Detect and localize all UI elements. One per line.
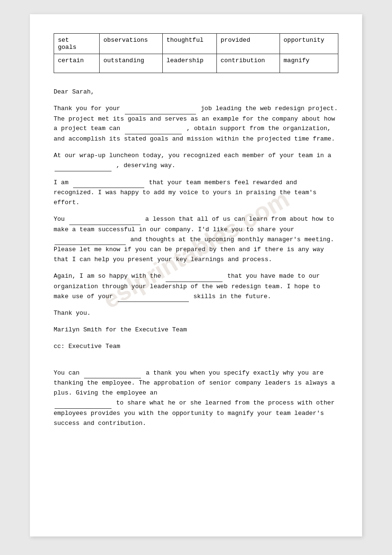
salutation: Dear Sarah, <box>54 87 338 97</box>
blank-7 <box>166 272 223 282</box>
blank-2 <box>125 124 182 134</box>
cell-1-1: set goals <box>54 34 100 54</box>
cell-2-2: outstanding <box>100 54 163 73</box>
blank-1 <box>125 104 196 114</box>
signature-block: Marilyn Smith for the Executive Team <box>54 325 338 335</box>
blank-10 <box>55 398 112 409</box>
para1-text-1: Thank you for your <box>54 105 120 112</box>
letter-body: Dear Sarah, Thank you for your job leadi… <box>54 87 338 428</box>
cell-1-2: observations <box>100 34 163 54</box>
cell-2-5: magnify <box>280 54 338 73</box>
para4-text-1: You <box>54 216 65 223</box>
blank-3 <box>55 161 112 171</box>
closing: Thank you. <box>54 309 338 319</box>
anno-text-1: You can <box>54 369 80 376</box>
para5-text-1: Again, I am so happy with the <box>54 273 161 280</box>
cc-line: cc: Executive Team <box>54 342 338 352</box>
table-row-1: set goals observations thoughtful provid… <box>54 34 338 54</box>
signature: Marilyn Smith for the Executive Team <box>54 325 338 335</box>
blank-5 <box>69 215 140 225</box>
para2-text-1: At our wrap-up luncheon today, you recog… <box>54 152 331 159</box>
page: eslprintables.com set goals observations… <box>30 14 362 536</box>
paragraph-5: Again, I am so happy with the that you h… <box>54 272 338 302</box>
cell-2-3: leadership <box>162 54 216 73</box>
para3-text-1: I am <box>54 179 68 186</box>
para5-text-3: skills in the future. <box>193 293 271 300</box>
paragraph-4: You a lesson that all of us can learn fr… <box>54 215 338 265</box>
cell-1-5: opportunity <box>280 34 338 54</box>
cell-2-1: certain <box>54 54 100 73</box>
blank-9 <box>84 368 141 379</box>
paragraph-1: Thank you for your job leading the web r… <box>54 104 338 144</box>
blank-6 <box>55 235 126 245</box>
blank-8 <box>118 292 189 302</box>
cell-1-3: thoughtful <box>162 34 216 54</box>
cell-2-4: contribution <box>216 54 280 73</box>
annotation-paragraph: You can a thank you when you specify exa… <box>54 368 338 429</box>
paragraph-2: At our wrap-up luncheon today, you recog… <box>54 151 338 171</box>
para2-text-2: , deserving way. <box>116 162 176 169</box>
word-bank-table: set goals observations thoughtful provid… <box>54 33 338 73</box>
blank-4 <box>73 178 144 188</box>
paragraph-3: I am that your team members feel rewarde… <box>54 178 338 208</box>
table-row-2: certain outstanding leadership contribut… <box>54 54 338 73</box>
cell-1-4: provided <box>216 34 280 54</box>
